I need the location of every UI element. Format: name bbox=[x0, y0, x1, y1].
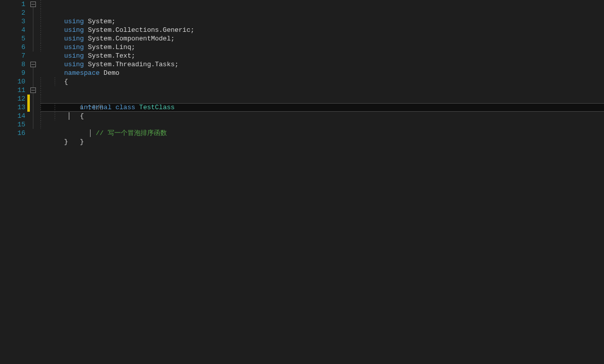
code-line[interactable]: using System; bbox=[40, 0, 604, 9]
line-number: 12 bbox=[0, 95, 27, 103]
mouse-text-cursor bbox=[90, 129, 91, 137]
line-number: 11 bbox=[0, 86, 27, 95]
folding-margin bbox=[27, 0, 40, 364]
line-number: 8 bbox=[0, 60, 27, 69]
line-number: 9 bbox=[0, 69, 27, 77]
fold-toggle[interactable] bbox=[30, 62, 36, 67]
code-area[interactable]: using System; using System.Collections.G… bbox=[40, 0, 604, 364]
line-number: 7 bbox=[0, 52, 27, 60]
line-number: 5 bbox=[0, 34, 27, 43]
code-line[interactable]: using System.Threading.Tasks; bbox=[40, 43, 604, 52]
code-line[interactable] bbox=[40, 138, 604, 146]
line-number: 15 bbox=[0, 120, 27, 129]
line-number: 4 bbox=[0, 26, 27, 34]
line-number: 10 bbox=[0, 77, 27, 86]
fold-guide bbox=[33, 67, 33, 129]
code-line[interactable]: { bbox=[40, 95, 604, 103]
code-line[interactable]: using System.Collections.Generic; bbox=[40, 9, 604, 17]
code-line[interactable]: using System.Text; bbox=[40, 34, 604, 43]
fold-guide bbox=[33, 7, 33, 52]
code-line[interactable] bbox=[40, 112, 604, 120]
text-cursor bbox=[69, 112, 69, 120]
line-number: 2 bbox=[0, 9, 27, 17]
code-line[interactable]: } bbox=[40, 120, 604, 129]
code-line[interactable]: using System.ComponentModel; bbox=[40, 17, 604, 26]
line-number: 1 bbox=[0, 0, 27, 9]
codelens-line[interactable]: 0 个引用 bbox=[40, 77, 604, 86]
code-line[interactable]: using System.Linq; bbox=[40, 26, 604, 34]
line-number: 3 bbox=[0, 17, 27, 26]
code-line[interactable]: } bbox=[40, 129, 604, 138]
fold-toggle[interactable] bbox=[30, 87, 36, 93]
code-line[interactable] bbox=[40, 52, 604, 60]
line-number: 6 bbox=[0, 43, 27, 52]
line-number: 14 bbox=[0, 112, 27, 120]
code-line[interactable]: internal class TestClass bbox=[40, 86, 604, 95]
code-line[interactable]: { bbox=[40, 69, 604, 77]
line-number: 13 bbox=[0, 103, 27, 112]
fold-toggle[interactable] bbox=[30, 2, 36, 7]
line-number-gutter: 1 2 3 4 5 6 7 8 9 10 11 12 13 14 15 16 bbox=[0, 0, 27, 364]
code-line[interactable]: namespace Demo bbox=[40, 60, 604, 69]
code-editor[interactable]: 1 2 3 4 5 6 7 8 9 10 11 12 13 14 15 16 bbox=[0, 0, 604, 364]
change-marker bbox=[27, 95, 30, 112]
line-number: 16 bbox=[0, 129, 27, 138]
code-line[interactable]: // 写一个冒泡排序函数 bbox=[40, 103, 604, 112]
